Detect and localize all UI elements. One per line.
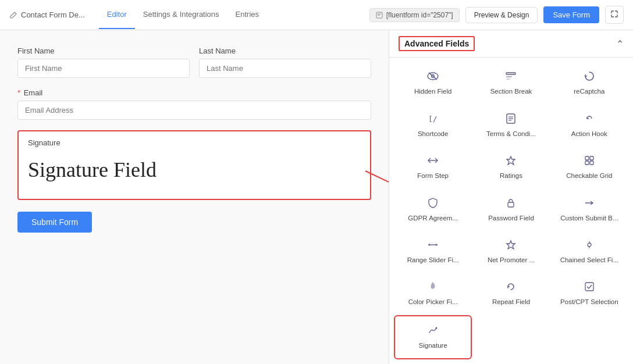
tab-settings[interactable]: Settings & Integrations — [135, 1, 227, 29]
last-name-group: Last Name — [199, 47, 371, 78]
field-custom-submit[interactable]: Custom Submit B... — [550, 188, 628, 230]
field-form-step[interactable]: Form Step — [394, 147, 472, 188]
signature-field-icon — [427, 324, 439, 338]
svg-rect-19 — [585, 161, 589, 165]
action-hook-icon — [584, 113, 595, 126]
tab-editor[interactable]: Editor — [99, 1, 135, 29]
shortcode-value: [fluentform id="2507"] — [386, 11, 453, 19]
svg-rect-20 — [590, 161, 593, 165]
first-name-group: First Name — [17, 47, 190, 78]
color-picker-icon — [427, 281, 439, 294]
custom-submit-icon — [584, 197, 595, 210]
field-section-break[interactable]: Section Break — [472, 62, 550, 104]
signature-display: Signature Field — [28, 152, 361, 188]
svg-point-30 — [436, 327, 438, 329]
first-name-label: First Name — [17, 47, 190, 55]
collapse-button[interactable]: ⌃ — [616, 38, 624, 49]
first-name-input[interactable] — [17, 59, 190, 78]
svg-rect-18 — [590, 156, 593, 160]
field-signature[interactable]: Signature — [394, 315, 472, 359]
range-slider-icon — [427, 239, 439, 252]
field-signature-label: Signature — [419, 341, 447, 350]
shortcode-field-icon: [/] — [427, 113, 439, 126]
shortcode-icon — [376, 12, 383, 19]
field-range-slider[interactable]: Range Slider Fi... — [394, 231, 472, 273]
field-password[interactable]: Password Field — [472, 188, 550, 230]
recaptcha-icon — [584, 70, 595, 84]
name-row: First Name Last Name — [17, 47, 371, 78]
field-action-hook-label: Action Hook — [571, 130, 607, 138]
svg-marker-16 — [507, 156, 515, 165]
fields-grid: Hidden Field Section Break reCaptcha [/] — [389, 58, 633, 364]
ratings-icon — [505, 155, 517, 168]
tab-entries[interactable]: Entries — [227, 1, 267, 29]
field-recaptcha[interactable]: reCaptcha — [550, 62, 628, 104]
field-form-step-label: Form Step — [417, 172, 449, 180]
field-chained-select-label: Chained Select Fi... — [560, 256, 618, 265]
field-recaptcha-label: reCaptcha — [574, 87, 604, 96]
edit-icon — [9, 11, 17, 19]
field-post-cpt-label: Post/CPT Selection — [560, 298, 618, 306]
field-checkable-grid[interactable]: Checkable Grid — [550, 147, 628, 188]
save-button[interactable]: Save Form — [543, 6, 599, 23]
terms-icon — [505, 113, 517, 126]
svg-rect-21 — [508, 202, 514, 207]
field-gdpr[interactable]: GDPR Agreem... — [394, 188, 472, 230]
field-password-label: Password Field — [488, 214, 534, 223]
form-editor-panel: First Name Last Name * Email Signature S… — [0, 30, 389, 364]
field-color-picker-label: Color Picker Fi... — [408, 298, 458, 306]
last-name-label: Last Name — [199, 47, 371, 55]
field-shortcode-label: Shortcode — [418, 130, 448, 138]
svg-rect-7 — [506, 73, 515, 74]
svg-marker-26 — [507, 241, 515, 249]
field-repeat[interactable]: Repeat Field — [472, 273, 550, 315]
field-color-picker[interactable]: Color Picker Fi... — [394, 273, 472, 315]
form-step-icon — [427, 155, 439, 168]
field-action-hook[interactable]: Action Hook — [550, 104, 628, 146]
field-custom-submit-label: Custom Submit B... — [560, 214, 618, 223]
svg-rect-17 — [585, 156, 589, 160]
field-section-break-label: Section Break — [490, 87, 532, 96]
nav-right: [fluentform id="2507"] Preview & Design … — [369, 6, 624, 24]
advanced-fields-title: Advanced Fields — [399, 36, 475, 51]
field-repeat-label: Repeat Field — [492, 298, 530, 306]
field-terms-label: Terms & Condi... — [486, 130, 536, 138]
nav-tabs: Editor Settings & Integrations Entries — [99, 1, 267, 29]
expand-icon — [610, 10, 618, 18]
email-input[interactable] — [17, 101, 371, 120]
field-chained-select[interactable]: Chained Select Fi... — [550, 231, 628, 273]
field-hidden-label: Hidden Field — [414, 87, 452, 96]
field-ratings-label: Ratings — [500, 172, 522, 180]
shortcode-display[interactable]: [fluentform id="2507"] — [369, 8, 460, 22]
post-cpt-icon — [584, 281, 595, 294]
panel-header: Advanced Fields ⌃ — [389, 30, 633, 58]
section-break-icon — [505, 70, 517, 84]
field-ratings[interactable]: Ratings — [472, 147, 550, 188]
field-checkable-grid-label: Checkable Grid — [566, 172, 612, 180]
field-post-cpt[interactable]: Post/CPT Selection — [550, 273, 628, 315]
preview-button[interactable]: Preview & Design — [465, 7, 538, 23]
svg-rect-9 — [506, 78, 510, 80]
brand-link[interactable]: Contact Form De... — [9, 10, 85, 19]
expand-button[interactable] — [605, 6, 624, 24]
gdpr-icon — [427, 197, 439, 210]
field-gdpr-label: GDPR Agreem... — [408, 214, 458, 223]
field-terms[interactable]: Terms & Condi... — [472, 104, 550, 146]
svg-marker-25 — [436, 244, 438, 246]
top-navigation: Contact Form De... Editor Settings & Int… — [0, 0, 633, 30]
email-label: * Email — [17, 88, 371, 97]
field-hidden[interactable]: Hidden Field — [394, 62, 472, 104]
submit-button[interactable]: Submit Form — [17, 212, 92, 233]
signature-container: Signature Signature Field — [17, 130, 371, 200]
field-shortcode[interactable]: [/] Shortcode — [394, 104, 472, 146]
field-net-promoter[interactable]: Net Promoter ... — [472, 231, 550, 273]
last-name-input[interactable] — [199, 59, 371, 78]
svg-line-6 — [429, 73, 437, 80]
field-range-slider-label: Range Slider Fi... — [407, 256, 459, 265]
hidden-field-icon — [427, 70, 439, 84]
advanced-fields-panel: Advanced Fields ⌃ Hidden Field Section B… — [389, 30, 633, 364]
svg-rect-8 — [506, 76, 512, 77]
net-promoter-icon — [505, 239, 517, 252]
signature-field-box[interactable]: Signature Signature Field — [17, 130, 371, 200]
repeat-field-icon — [505, 281, 517, 294]
